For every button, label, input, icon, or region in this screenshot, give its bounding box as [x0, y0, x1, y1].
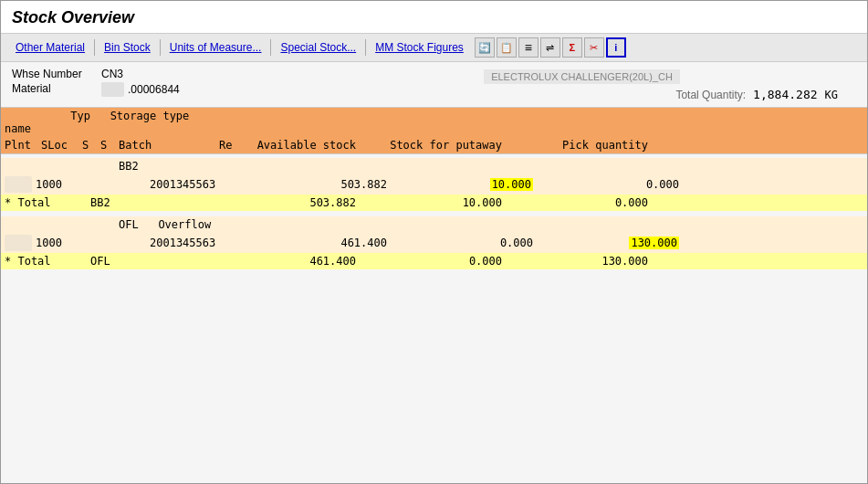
info-icon[interactable]: i [606, 37, 626, 58]
col-header-s1: S [82, 139, 100, 152]
bb2-available: 503.882 [277, 178, 405, 191]
stock-table: Typ Storage type name Plnt SLoc S S Batc… [1, 107, 867, 269]
ofl-available: 461.400 [277, 237, 405, 249]
bb2-putaway-value: 10.000 [490, 178, 533, 191]
total-quantity-value: 1,884.282 [753, 88, 817, 101]
total-quantity-row: Total Quantity: 1,884.282 KG [308, 88, 856, 101]
page-title: Stock Overview [12, 8, 856, 27]
table-header-row1: Typ Storage type name [1, 108, 867, 137]
ofl-total-pick: 130.000 [520, 255, 657, 268]
ofl-total-label: * Total OFL [5, 255, 219, 268]
whse-row: Whse Number CN3 [12, 68, 304, 80]
col-header-s2: S [100, 139, 119, 152]
ofl-putaway: 0.000 [405, 237, 551, 249]
separator-2 [160, 39, 161, 56]
col-header-available: Available stock [246, 139, 374, 152]
ofl-pick-value: 130.000 [629, 237, 679, 249]
ofl-data-row[interactable]: 1000 2001345563 461.400 0.000 130.000 [1, 233, 867, 253]
desc-area: ELECTROLUX CHALLENGER(20L)_CH Total Quan… [308, 68, 856, 101]
separator-3 [270, 39, 271, 56]
bb2-type-code: BB2 [119, 160, 219, 173]
refresh-icon[interactable]: 🔄 [475, 37, 495, 58]
material-desc: ELECTROLUX CHALLENGER(20L)_CH [484, 69, 680, 84]
bb2-total-label: * Total BB2 [5, 196, 219, 209]
ofl-row-icon [5, 235, 32, 251]
header-info: Whse Number CN3 Material .00006844 ELECT… [12, 68, 856, 101]
material-value: .00006844 [101, 82, 180, 97]
header-section: Whse Number CN3 Material .00006844 ELECT… [1, 62, 867, 103]
ofl-plnt: 1000 [36, 237, 72, 249]
ofl-total-row: * Total OFL 461.400 0.000 130.000 [1, 253, 867, 269]
whse-label: Whse Number [12, 68, 94, 80]
special-stock-btn[interactable]: Special Stock... [273, 39, 363, 56]
header-typ-label: Typ Storage type name [5, 110, 214, 135]
ofl-total-putaway: 0.000 [374, 255, 520, 268]
mm-stock-figures-btn[interactable]: MM Stock Figures [368, 39, 471, 56]
bin-stock-btn[interactable]: Bin Stock [97, 39, 158, 56]
layout-icon[interactable]: ≡ [518, 37, 539, 58]
bb2-total-putaway: 10.000 [374, 196, 520, 209]
whse-material-block: Whse Number CN3 Material .00006844 [12, 68, 304, 97]
ofl-pick: 130.000 [551, 237, 688, 249]
table-header-row2: Plnt SLoc S S Batch Re Available stock S… [1, 137, 867, 154]
col-header-plnt: Plnt [5, 139, 41, 152]
ofl-type-code: OFL Overflow [119, 218, 219, 231]
toolbar-icons: 🔄 📋 ≡ ⇌ Σ ✂ i [475, 37, 626, 58]
total-quantity-label: Total Quantity: [675, 89, 746, 101]
toolbar: Other Material Bin Stock Units of Measur… [1, 34, 867, 62]
col-header-pick: Pick quantity [520, 139, 657, 152]
bb2-total-pick: 0.000 [520, 196, 657, 209]
total-quantity-unit: KG [825, 89, 838, 101]
copy-icon[interactable]: 📋 [497, 37, 517, 58]
title-bar: Stock Overview [1, 1, 867, 34]
material-row: Material .00006844 [12, 82, 304, 97]
sigma-icon[interactable]: Σ [562, 37, 582, 58]
bb2-data-row[interactable]: 1000 2001345563 503.882 10.000 0.000 [1, 174, 867, 195]
ofl-total-available: 461.400 [246, 255, 374, 268]
bb2-total-available: 503.882 [246, 196, 374, 209]
ofl-batch: 2001345563 [150, 237, 250, 249]
col-header-batch: Batch [119, 139, 219, 152]
whse-value: CN3 [101, 68, 123, 80]
bb2-batch: 2001345563 [150, 178, 250, 191]
main-window: Stock Overview Other Material Bin Stock … [0, 0, 868, 484]
other-material-btn[interactable]: Other Material [8, 39, 92, 56]
bb2-pick: 0.000 [551, 178, 688, 191]
units-of-measure-btn[interactable]: Units of Measure... [162, 39, 269, 56]
separator-4 [365, 39, 366, 56]
bb2-total-row: * Total BB2 503.882 10.000 0.000 [1, 195, 867, 211]
bb2-plnt: 1000 [36, 178, 72, 191]
section-ofl-header: OFL Overflow [1, 216, 867, 233]
material-label: Material [12, 82, 94, 97]
section-bb2-header: BB2 [1, 158, 867, 174]
material-icon [101, 82, 124, 97]
col-header-sloc: SLoc [41, 139, 82, 152]
col-header-re: Re [219, 139, 246, 152]
bb2-row-icon [5, 176, 32, 193]
bb2-putaway: 10.000 [405, 178, 551, 191]
separator-1 [94, 39, 95, 56]
switch-icon[interactable]: ⇌ [540, 37, 560, 58]
col-header-putaway: Stock for putaway [374, 139, 520, 152]
cut-icon[interactable]: ✂ [584, 37, 604, 58]
